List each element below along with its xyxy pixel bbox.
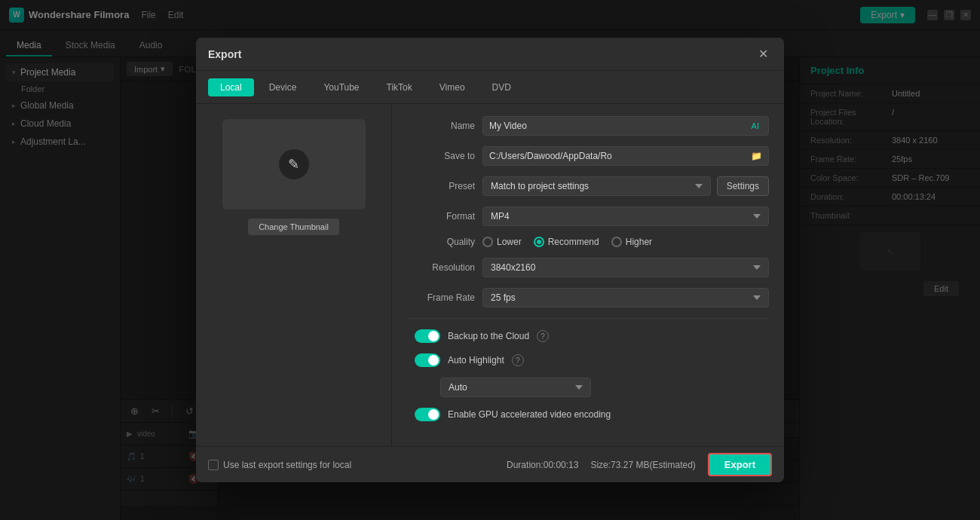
modal-left: ✎ Change Thumbnail bbox=[196, 104, 392, 446]
form-row-name: Name AI bbox=[407, 116, 769, 136]
export-tabs: Local Device YouTube TikTok Vimeo DVD bbox=[196, 71, 784, 104]
name-input-wrapper: AI bbox=[482, 116, 769, 136]
radio-lower bbox=[482, 237, 493, 247]
settings-button[interactable]: Settings bbox=[717, 176, 769, 196]
toggle-row-auto-highlight: Auto Highlight ? bbox=[407, 353, 769, 367]
thumbnail-preview: ✎ bbox=[222, 119, 366, 210]
divider-1 bbox=[407, 318, 769, 319]
framerate-select[interactable]: 25 fps bbox=[482, 288, 769, 307]
form-label-format: Format bbox=[407, 211, 475, 222]
export-tab-device[interactable]: Device bbox=[257, 78, 309, 96]
toggle-row-gpu: Enable GPU accelerated video encoding bbox=[407, 408, 769, 421]
modal-overlay: Export ✕ Local Device YouTube TikTok Vim… bbox=[0, 0, 980, 520]
form-row-format: Format MP4 bbox=[407, 206, 769, 226]
modal-form: Name AI Save to 📁 Preset bbox=[392, 104, 784, 446]
pencil-icon: ✎ bbox=[279, 149, 309, 179]
format-select[interactable]: MP4 bbox=[482, 206, 769, 226]
modal-header: Export ✕ bbox=[196, 38, 784, 71]
modal-title: Export bbox=[208, 48, 241, 60]
form-row-quality: Quality Lower Recommend bbox=[407, 237, 769, 247]
form-label-save-to: Save to bbox=[407, 151, 475, 161]
backup-help-icon[interactable]: ? bbox=[537, 330, 549, 342]
radio-recommend bbox=[534, 237, 544, 247]
use-last-checkbox[interactable] bbox=[208, 460, 219, 470]
save-to-input[interactable] bbox=[483, 147, 751, 165]
backup-cloud-label: Backup to the Cloud bbox=[448, 331, 529, 341]
form-row-save-to: Save to 📁 bbox=[407, 146, 769, 166]
modal-body: ✎ Change Thumbnail Name AI Save to bbox=[196, 104, 784, 446]
resolution-select[interactable]: 3840x2160 bbox=[482, 258, 769, 277]
export-tab-vimeo[interactable]: Vimeo bbox=[427, 78, 477, 96]
export-tab-local[interactable]: Local bbox=[208, 78, 254, 96]
ai-icon-button[interactable]: AI bbox=[749, 121, 762, 130]
form-label-resolution: Resolution bbox=[407, 262, 475, 273]
auto-highlight-label: Auto Highlight bbox=[448, 355, 504, 366]
footer-info: Duration:00:00:13 Size:73.27 MB(Estimate… bbox=[507, 453, 772, 476]
radio-higher bbox=[611, 237, 622, 247]
export-modal: Export ✕ Local Device YouTube TikTok Vim… bbox=[196, 38, 784, 482]
gpu-label: Enable GPU accelerated video encoding bbox=[448, 409, 611, 420]
footer-duration: Duration:00:00:13 bbox=[507, 460, 578, 470]
form-label-preset: Preset bbox=[407, 181, 475, 191]
name-input[interactable] bbox=[483, 117, 749, 135]
modal-close-button[interactable]: ✕ bbox=[754, 45, 772, 63]
use-last-settings[interactable]: Use last export settings for local bbox=[208, 460, 351, 470]
footer-export-button[interactable]: Export bbox=[708, 453, 772, 476]
use-last-label: Use last export settings for local bbox=[223, 460, 351, 470]
quality-options: Lower Recommend Higher bbox=[482, 237, 769, 247]
quality-lower[interactable]: Lower bbox=[482, 237, 522, 247]
quality-recommend[interactable]: Recommend bbox=[534, 237, 599, 247]
form-label-framerate: Frame Rate bbox=[407, 292, 475, 303]
highlight-help-icon[interactable]: ? bbox=[512, 354, 524, 366]
quality-recommend-label: Recommend bbox=[548, 237, 599, 247]
export-tab-dvd[interactable]: DVD bbox=[480, 78, 523, 96]
auto-dropdown-row: Auto bbox=[407, 378, 769, 397]
form-row-framerate: Frame Rate 25 fps bbox=[407, 288, 769, 307]
form-label-quality: Quality bbox=[407, 237, 475, 247]
footer-size: Size:73.27 MB(Estimated) bbox=[590, 460, 695, 470]
gpu-toggle[interactable] bbox=[415, 408, 440, 421]
export-tab-tiktok[interactable]: TikTok bbox=[375, 78, 424, 96]
folder-icon[interactable]: 📁 bbox=[751, 151, 762, 161]
radio-dot bbox=[537, 240, 541, 244]
preset-select[interactable]: Match to project settings bbox=[482, 176, 711, 196]
form-row-preset: Preset Match to project settings Setting… bbox=[407, 176, 769, 196]
backup-cloud-toggle[interactable] bbox=[415, 329, 440, 343]
preset-row: Match to project settings Settings bbox=[482, 176, 769, 196]
save-to-input-wrapper: 📁 bbox=[482, 146, 769, 166]
modal-footer: Use last export settings for local Durat… bbox=[196, 446, 784, 482]
quality-lower-label: Lower bbox=[497, 237, 522, 247]
toggle-row-backup: Backup to the Cloud ? bbox=[407, 329, 769, 343]
change-thumbnail-button[interactable]: Change Thumbnail bbox=[248, 219, 339, 235]
export-tab-youtube[interactable]: YouTube bbox=[311, 78, 371, 96]
auto-highlight-toggle[interactable] bbox=[415, 353, 440, 367]
form-label-name: Name bbox=[407, 121, 475, 131]
auto-select[interactable]: Auto bbox=[440, 378, 591, 397]
quality-higher[interactable]: Higher bbox=[611, 237, 652, 247]
quality-higher-label: Higher bbox=[626, 237, 652, 247]
form-row-resolution: Resolution 3840x2160 bbox=[407, 258, 769, 277]
